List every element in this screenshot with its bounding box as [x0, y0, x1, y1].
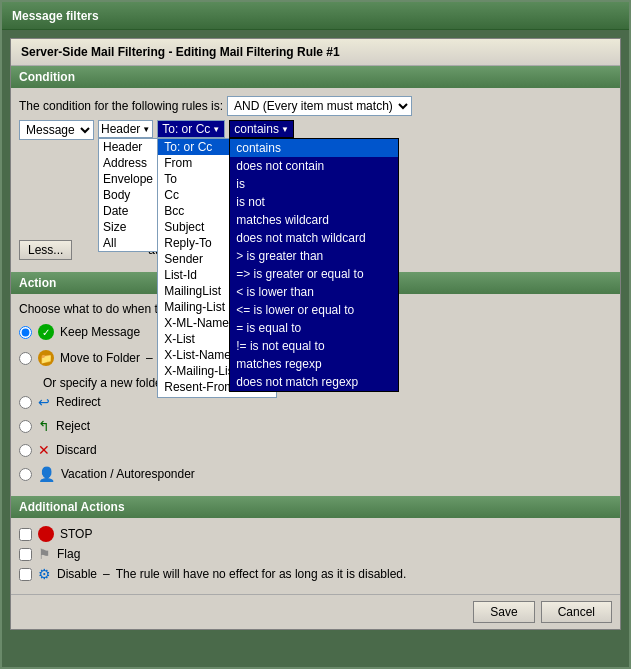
contains-select-trigger[interactable]: contains ▼	[229, 120, 294, 138]
header-select-value: Header	[101, 122, 140, 136]
redirect-label: Redirect	[56, 395, 101, 409]
header-chevron-icon: ▼	[142, 125, 150, 134]
condition-section: Condition The condition for the followin…	[11, 66, 620, 272]
flag-icon: ⚑	[38, 546, 51, 562]
window-title: Message filters	[12, 9, 99, 23]
additional-section: Additional Actions STOP ⚑ Flag ⚙	[11, 496, 620, 594]
folder-icon: 📁	[38, 350, 54, 366]
contains-item-lowerorequal[interactable]: <= is lower or equal to	[230, 301, 398, 319]
toorc-item-resentto[interactable]: Resent-To	[158, 395, 276, 398]
redirect-row: ↩ Redirect	[19, 392, 612, 412]
window-title-bar: Message filters	[2, 2, 629, 30]
server-title: Server-Side Mail Filtering - Editing Mai…	[11, 39, 620, 66]
match-select[interactable]: AND (Every item must match)	[227, 96, 412, 116]
contains-col-wrapper: contains ▼ contains does not contain is …	[229, 120, 294, 138]
contains-item-greaterorequal[interactable]: => is greater or equal to	[230, 265, 398, 283]
disable-description: The rule will have no effect for as long…	[116, 567, 407, 581]
message-select[interactable]: Message	[19, 120, 94, 140]
keep-message-radio[interactable]	[19, 326, 32, 339]
contains-chevron-icon: ▼	[281, 125, 289, 134]
redirect-icon: ↩	[38, 394, 50, 410]
condition-label-text: The condition for the following rules is…	[19, 99, 223, 113]
additional-heading: Additional Actions	[11, 496, 620, 518]
condition-heading: Condition	[11, 66, 620, 88]
keep-message-label: Keep Message	[60, 325, 140, 339]
move-folder-radio[interactable]	[19, 352, 32, 365]
header-col-wrapper: Header ▼ Header Address Envelope Body Da…	[98, 120, 153, 138]
contains-item-matchesregexp[interactable]: matches regexp	[230, 355, 398, 373]
contains-item-doesnotmatchregexp[interactable]: does not match regexp	[230, 373, 398, 391]
keep-icon: ✓	[38, 324, 54, 340]
disable-label: Disable	[57, 567, 97, 581]
stop-row: STOP	[19, 526, 612, 542]
reject-radio[interactable]	[19, 420, 32, 433]
reject-icon: ↰	[38, 418, 50, 434]
vacation-radio[interactable]	[19, 468, 32, 481]
flag-row: ⚑ Flag	[19, 546, 612, 562]
vacation-row: 👤 Vacation / Autoresponder	[19, 464, 612, 484]
cancel-button[interactable]: Cancel	[541, 601, 612, 623]
toorc-select-value: To: or Cc	[162, 122, 210, 136]
additional-body: STOP ⚑ Flag ⚙ Disable – The rule will ha…	[11, 518, 620, 594]
disable-dash: –	[103, 567, 110, 581]
header-select-trigger[interactable]: Header ▼	[98, 120, 153, 138]
reject-row: ↰ Reject	[19, 416, 612, 436]
vacation-icon: 👤	[38, 466, 55, 482]
reject-label: Reject	[56, 419, 90, 433]
filter-row: Message Header ▼ Header Address Envelope	[19, 120, 612, 140]
flag-checkbox[interactable]	[19, 548, 32, 561]
vacation-label: Vacation / Autoresponder	[61, 467, 195, 481]
stop-label: STOP	[60, 527, 92, 541]
contains-item-contains[interactable]: contains	[230, 139, 398, 157]
stop-icon	[38, 526, 54, 542]
discard-radio[interactable]	[19, 444, 32, 457]
footer: Save Cancel	[11, 594, 620, 629]
disable-row: ⚙ Disable – The rule will have no effect…	[19, 566, 612, 582]
toorc-chevron-icon: ▼	[212, 125, 220, 134]
discard-row: ✕ Discard	[19, 440, 612, 460]
toorc-col-wrapper: To: or Cc ▼ To: or Cc From To Cc Bcc Sub…	[157, 120, 225, 138]
condition-label-row: The condition for the following rules is…	[19, 96, 612, 116]
contains-dropdown: contains does not contain is is not matc…	[229, 138, 399, 392]
contains-item-doesnotcontain[interactable]: does not contain	[230, 157, 398, 175]
flag-label: Flag	[57, 547, 80, 561]
contains-item-greaterthan[interactable]: > is greater than	[230, 247, 398, 265]
contains-select-value: contains	[234, 122, 279, 136]
save-button[interactable]: Save	[473, 601, 534, 623]
new-folder-label: Or specify a new folder:	[43, 376, 169, 390]
disable-checkbox[interactable]	[19, 568, 32, 581]
contains-item-matcheswildcard[interactable]: matches wildcard	[230, 211, 398, 229]
redirect-radio[interactable]	[19, 396, 32, 409]
window: Message filters Server-Side Mail Filteri…	[0, 0, 631, 669]
discard-icon: ✕	[38, 442, 50, 458]
main-content: Server-Side Mail Filtering - Editing Mai…	[10, 38, 621, 630]
discard-label: Discard	[56, 443, 97, 457]
less-button[interactable]: Less...	[19, 240, 72, 260]
disable-icon: ⚙	[38, 566, 51, 582]
toorc-select-trigger[interactable]: To: or Cc ▼	[157, 120, 225, 138]
move-folder-label: Move to Folder	[60, 351, 140, 365]
contains-item-isequal[interactable]: = is equal to	[230, 319, 398, 337]
stop-checkbox[interactable]	[19, 528, 32, 541]
contains-item-is[interactable]: is	[230, 175, 398, 193]
contains-item-isnotequalto[interactable]: != is not equal to	[230, 337, 398, 355]
condition-body: The condition for the following rules is…	[11, 88, 620, 272]
contains-item-doesnotmatchwildcard[interactable]: does not match wildcard	[230, 229, 398, 247]
move-folder-dash: –	[146, 351, 153, 365]
contains-item-lowerthan[interactable]: < is lower than	[230, 283, 398, 301]
contains-item-isnot[interactable]: is not	[230, 193, 398, 211]
